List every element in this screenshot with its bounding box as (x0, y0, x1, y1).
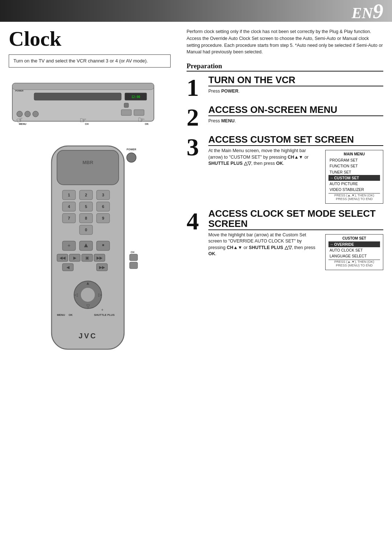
svg-text:9: 9 (102, 216, 104, 220)
step-1: 1 TURN ON THE VCR Press POWER. (187, 75, 383, 100)
left-column: Clock Turn on the TV and select the VCR … (0, 22, 178, 554)
svg-text:▶▶: ▶▶ (99, 265, 105, 269)
svg-rect-1 (12, 83, 154, 90)
svg-rect-8 (121, 110, 131, 115)
menu-item-function-set: FUNCTION SET (328, 163, 380, 169)
main-menu-footer: PRESS (▲,▼), THEN (OK)PRESS (MENU) TO EN… (328, 193, 380, 201)
step-3-body: At the Main Menu screen, move the highli… (208, 148, 383, 204)
svg-point-7 (33, 111, 38, 117)
svg-text:+: + (101, 307, 103, 312)
svg-text:12:00: 12:00 (131, 95, 140, 99)
page-title: Clock (9, 28, 171, 49)
svg-point-21 (127, 153, 136, 162)
svg-text:POWER: POWER (127, 148, 136, 151)
remote-svg: MBR POWER 1 2 3 4 5 6 7 8 9 (39, 142, 140, 360)
step-1-content: TURN ON THE VCR Press POWER. (208, 75, 383, 95)
svg-text:SHUTTLE PLUS: SHUTTLE PLUS (94, 313, 115, 317)
menu-item-custom-set: CUSTOM SET (328, 175, 380, 181)
svg-text:▲: ▲ (83, 241, 89, 249)
step-1-number: 1 (187, 75, 205, 100)
right-column: Perform clock setting only if the clock … (178, 22, 392, 279)
svg-text:▣: ▣ (85, 256, 89, 260)
svg-text:7: 7 (68, 216, 70, 220)
step-4: 4 ACCESS CLOCK SET MODE SELECT SCREEN Mo… (187, 209, 383, 270)
svg-text:JVC: JVC (79, 332, 97, 340)
intro-text: Perform clock setting only if the clock … (187, 28, 383, 56)
step-4-title: ACCESS CLOCK SET MODE SELECT SCREEN (208, 209, 383, 230)
svg-text:◀◀: ◀◀ (60, 256, 66, 260)
svg-rect-45 (130, 262, 138, 269)
svg-text:+: + (68, 243, 70, 248)
step-3-content: ACCESS CUSTOM SET SCREEN At the Main Men… (208, 135, 383, 204)
step-3-number: 3 (187, 135, 205, 159)
step-3: 3 ACCESS CUSTOM SET SCREEN At the Main M… (187, 135, 383, 204)
preparation-note-text: Turn on the TV and select the VCR channe… (13, 58, 148, 64)
svg-point-6 (25, 111, 30, 117)
menu-item-video-stabilizer: VIDEO STABILIZER (328, 187, 380, 192)
custom-set-menu-footer: PRESS (▲,▼), THEN (OK)PRESS (MENU) TO EN… (328, 260, 380, 267)
svg-text:0: 0 (85, 228, 87, 232)
svg-text:MBR: MBR (82, 160, 93, 165)
svg-rect-10 (124, 103, 128, 107)
svg-text:1: 1 (68, 193, 70, 197)
svg-rect-2 (34, 93, 121, 100)
svg-text:MENU: MENU (57, 313, 65, 317)
step-2-content: ACCESS ON-SCREEN MENU Press MENU. (208, 105, 383, 125)
svg-text:3: 3 (102, 193, 104, 197)
svg-text:5: 5 (85, 204, 87, 209)
step-4-content: ACCESS CLOCK SET MODE SELECT SCREEN Move… (208, 209, 383, 270)
svg-text:2: 2 (85, 193, 87, 197)
svg-text:6: 6 (102, 204, 104, 209)
step-2-number: 2 (187, 105, 205, 130)
svg-rect-19 (57, 150, 119, 185)
svg-text:▽: ▽ (86, 304, 90, 309)
step-2-desc: Press MENU. (208, 118, 383, 125)
menu-item-auto-picture: AUTO PICTURE (328, 181, 380, 187)
svg-point-65 (81, 288, 95, 302)
svg-text:▷: ▷ (98, 292, 102, 297)
header-en-label: EN9 (352, 0, 383, 23)
menu-item-program-set: PROGRAM SET (328, 157, 380, 163)
svg-text:OK: OK (145, 123, 149, 125)
svg-text:☞: ☞ (79, 116, 87, 125)
svg-rect-9 (134, 110, 144, 115)
svg-text:8: 8 (85, 216, 87, 220)
svg-text:POWER: POWER (15, 90, 24, 92)
svg-text:▶▶: ▶▶ (97, 256, 103, 260)
remote-illustration: MBR POWER 1 2 3 4 5 6 7 8 9 (9, 142, 171, 360)
svg-text:CH: CH (131, 251, 134, 253)
custom-set-menu-box: CUSTOM SET OVERRIDE AUTO CLOCK SET LANGU… (325, 234, 383, 270)
vcr-svg: 12:00 POWER MENU CH OK ☞ ☞ ☞ (9, 74, 165, 136)
vcr-illustration: 12:00 POWER MENU CH OK ☞ ☞ ☞ (9, 74, 165, 136)
svg-rect-44 (130, 254, 138, 261)
preparation-heading: Preparation (187, 62, 383, 72)
custom-set-menu-title: CUSTOM SET (328, 236, 380, 240)
main-menu-title: MAIN MENU (328, 152, 380, 156)
main-menu-box: MAIN MENU PROGRAM SET FUNCTION SET TUNER… (325, 150, 383, 204)
header-bar: EN9 (0, 0, 392, 22)
menu-item-language-select: LANGUAGE SELECT (328, 253, 380, 259)
step-2: 2 ACCESS ON-SCREEN MENU Press MENU. (187, 105, 383, 130)
menu-item-auto-clock-set: AUTO CLOCK SET (328, 247, 380, 253)
menu-item-override: OVERRIDE (328, 241, 380, 247)
step-4-body: Move the highlight bar (arrow) at the Cu… (208, 232, 383, 270)
svg-text:OK: OK (69, 313, 73, 317)
svg-text:▶: ▶ (73, 256, 77, 260)
step-3-desc: At the Main Menu screen, move the highli… (208, 148, 319, 167)
svg-text:▲: ▲ (86, 281, 90, 286)
preparation-note: Turn on the TV and select the VCR channe… (9, 54, 171, 68)
step-4-desc: Move the highlight bar (arrow) at the Cu… (208, 232, 319, 257)
step-3-title: ACCESS CUSTOM SET SCREEN (208, 135, 383, 146)
en-text: EN (352, 5, 373, 21)
menu-item-tuner-set: TUNER SET (328, 169, 380, 175)
svg-text:■: ■ (102, 243, 104, 247)
step-1-desc: Press POWER. (208, 88, 383, 95)
svg-text:◀: ◀ (66, 265, 70, 269)
svg-text:4: 4 (68, 204, 70, 209)
svg-text:◁: ◁ (74, 292, 78, 297)
svg-text:☞: ☞ (137, 115, 146, 125)
step-4-number: 4 (187, 209, 205, 233)
step-1-title: TURN ON THE VCR (208, 75, 383, 86)
page-number: 9 (373, 0, 383, 23)
step-2-title: ACCESS ON-SCREEN MENU (208, 105, 383, 116)
